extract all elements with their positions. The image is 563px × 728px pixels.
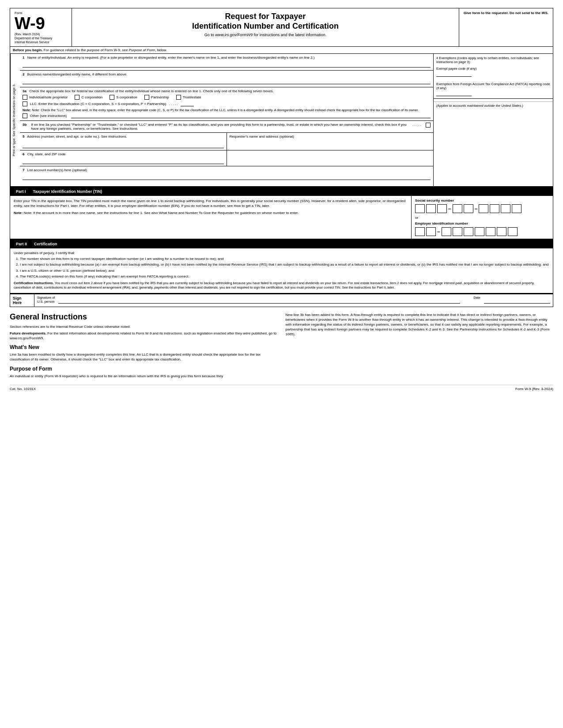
before-begin-label: Before you begin. (13, 48, 43, 52)
other-input[interactable] (71, 114, 431, 118)
gi-right-col: New line 3b has been added to this form.… (286, 312, 554, 380)
field-3a-label: 3a Check the appropriate box for federal… (23, 89, 431, 93)
sign-fields: Signature ofU.S. person Date (34, 294, 553, 307)
checkbox-partnership: Partnership (144, 95, 169, 100)
part-1-header: Part I Taxpayer Identification Number (T… (10, 187, 553, 196)
field-1-row: 1 Name of entity/individual. An entry is… (20, 54, 433, 71)
ein-boxes: – (415, 227, 549, 236)
checkbox-c-corp-box[interactable] (75, 95, 79, 100)
part-1-box: Part I (12, 188, 30, 195)
ein-box-6[interactable] (475, 227, 484, 236)
sign-here-section: SignHere Signature ofU.S. person Date (10, 293, 553, 307)
llc-classification-input[interactable] (181, 102, 194, 106)
form-right: 4 Exemptions (codes apply only to certai… (434, 54, 553, 186)
ssn-box-8[interactable] (501, 204, 510, 213)
field-5-input[interactable] (23, 144, 224, 148)
checkbox-s-corp-label: S corporation (116, 95, 137, 99)
fatca-input[interactable] (436, 92, 472, 96)
checkbox-trust-box[interactable] (176, 95, 181, 100)
title-line2: Identification Number and Certification (192, 22, 339, 30)
ein-box-3[interactable] (442, 227, 451, 236)
checkbox-row: Individual/sole proprietor C corporation… (23, 95, 431, 100)
field-1-text: Name of entity/individual. An entry is r… (27, 56, 315, 60)
llc-row: LLC. Enter the tax classification (C = C… (23, 101, 431, 106)
exempt-payee-input[interactable] (436, 72, 472, 77)
field-2-row: 2 Business name/disregarded entity name,… (20, 71, 433, 87)
field-3a-text: Check the appropriate box for federal ta… (29, 89, 274, 93)
form-rev: (Rev. March 2024) (15, 33, 67, 36)
ssn-box-3[interactable] (437, 204, 447, 213)
form-title: Request for Taxpayer Identification Numb… (72, 8, 459, 46)
gi-future-dev: Future developments. For the latest info… (10, 331, 278, 341)
sig-of-label: Signature ofU.S. person (37, 296, 55, 304)
checkbox-3b-box[interactable] (426, 123, 431, 128)
date-input[interactable] (484, 296, 550, 304)
other-label: Other (see instructions) (30, 114, 67, 118)
side-label-text: Print or type. See Specific Instructions… (12, 84, 16, 156)
ein-box-5[interactable] (464, 227, 473, 236)
tin-note-text: Note: If the account is in more than one… (24, 211, 299, 215)
field-2-input[interactable] (23, 80, 431, 84)
sign-here-text: SignHere (13, 296, 22, 305)
sign-here-label: SignHere (10, 294, 34, 307)
note-3a-text: Note: Check the "LLC" box above and, in … (32, 108, 419, 112)
side-label: Print or type. See Specific Instructions… (10, 54, 20, 186)
whats-new-title: What's New (10, 344, 278, 350)
ein-box-4[interactable] (453, 227, 462, 236)
checkbox-llc-box[interactable] (23, 101, 27, 106)
cert-instructions: Certification instructions. You must cro… (14, 281, 549, 290)
signature-row: Signature ofU.S. person Date (34, 294, 553, 305)
signature-input[interactable] (58, 296, 460, 304)
ein-box-9[interactable] (508, 227, 518, 236)
ssn-box-6[interactable] (479, 204, 488, 213)
field-6-text: City, state, and ZIP code (27, 152, 66, 156)
checkbox-individual-box[interactable] (23, 95, 27, 100)
requester-label: Requester's name and address (optional) (230, 135, 431, 139)
ssn-box-4[interactable] (453, 204, 462, 213)
form-logo: Form W-9 (Rev. March 2024) Department of… (10, 8, 72, 46)
ein-box-2[interactable] (426, 227, 436, 236)
field-5-left: 5 Address (number, street, and apt. or s… (20, 133, 227, 150)
part-2-header: Part II Certification (10, 239, 553, 248)
cert-list: The number shown on this form is my corr… (20, 257, 549, 279)
ein-box-1[interactable] (415, 227, 425, 236)
field-1-label: 1 Name of entity/individual. An entry is… (23, 56, 431, 60)
ein-box-8[interactable] (497, 227, 506, 236)
field-6-left: 6 City, state, and ZIP code (20, 150, 227, 166)
part-2-title: Certification (34, 242, 57, 246)
ssn-box-9[interactable] (512, 204, 521, 213)
ssn-dash-2: – (475, 206, 478, 212)
field-1-input[interactable] (23, 63, 431, 68)
field-7-label: 7 List account number(s) here (optional) (23, 168, 431, 172)
field-6-input[interactable] (23, 160, 224, 164)
ssn-box-5[interactable] (464, 204, 473, 213)
future-dev-text: For the latest information about develop… (10, 331, 276, 340)
field-3a-row: 3a Check the appropriate box for federal… (20, 87, 433, 121)
ein-box-7[interactable] (486, 227, 495, 236)
checkbox-s-corp: S corporation (110, 95, 137, 100)
checkbox-partnership-box[interactable] (144, 95, 149, 100)
field-6-row: 6 City, state, and ZIP code (20, 150, 433, 166)
note-3a: Note: Note: Check the "LLC" box above an… (23, 108, 431, 112)
checkbox-s-corp-box[interactable] (110, 95, 114, 100)
checkbox-other-box[interactable] (23, 113, 27, 118)
form-number: W-9 (15, 15, 45, 32)
ssn-box-2[interactable] (426, 204, 436, 213)
checkbox-c-corp: C corporation (75, 95, 102, 100)
exemptions-title: 4 Exemptions (codes apply only to certai… (436, 56, 550, 64)
part-1-title: Taxpayer Identification Number (TIN) (33, 189, 102, 194)
gi-right-text: New line 3b has been added to this form.… (286, 312, 554, 337)
ein-dash: – (437, 229, 440, 235)
applies-note-text: (Applies to accounts maintained outside … (436, 104, 550, 108)
form-irs: Internal Revenue Service (15, 41, 67, 44)
field-7-row: 7 List account number(s) here (optional) (20, 166, 433, 182)
whats-new-text: Line 3a has been modified to clarify how… (10, 352, 278, 362)
tin-section: Enter your TIN in the appropriate box. T… (10, 196, 553, 239)
gi-title: General Instructions (10, 312, 278, 322)
field-6-right (227, 150, 434, 166)
cert-item-3: I am a U.S. citizen or other U.S. person… (20, 269, 549, 273)
ssn-box-1[interactable] (415, 204, 425, 213)
ssn-box-7[interactable] (490, 204, 499, 213)
cert-instructions-text: You must cross out item 2 above if you h… (14, 281, 535, 290)
field-7-input[interactable] (23, 176, 431, 180)
